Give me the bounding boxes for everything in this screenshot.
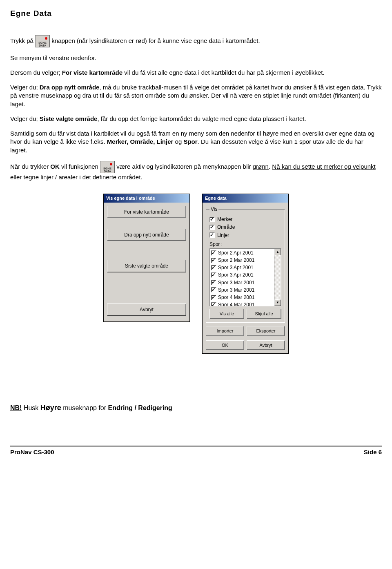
bold-text: OK [50, 163, 60, 170]
dialog-body: Vis Merker Område Linjer Spor : Spor 2 A… [203, 203, 288, 353]
page-title: Egne Data [10, 8, 382, 19]
icon-label: EGNE DATA [103, 167, 111, 173]
bold-text: Merker, Område, Linjer [107, 138, 174, 145]
list-item-label: Spor 4 Mar 2001 [218, 294, 254, 301]
scroll-down-icon[interactable]: ▼ [274, 299, 281, 306]
list-item-label: Spor 3 Mar 2001 [218, 279, 254, 286]
checkbox-icon [209, 217, 215, 222]
checkbox-icon [211, 265, 216, 270]
text: museknapp for [61, 404, 108, 411]
eksporter-button[interactable]: Eksporter [247, 326, 285, 336]
paragraph-7: Når du trykker OK vil funksjonen EGNE DA… [10, 161, 382, 181]
list-item[interactable]: Spor 4 Mar 2001 [210, 294, 274, 301]
checkbox-icon [209, 225, 215, 230]
avbryt-button[interactable]: Avbryt [247, 340, 285, 350]
dra-opp-nytt-omrade-button[interactable]: Dra opp nytt område [107, 229, 186, 241]
paragraph-1: Trykk på EGNE DATA knappen (når lysindik… [10, 35, 382, 47]
footer-left: ProNav CS-300 [10, 448, 54, 456]
note-line: NB! Husk Høyre museknapp for Endring / R… [10, 403, 382, 413]
checkbox-icon [211, 250, 216, 256]
nb-label: NB! [10, 404, 22, 411]
list-item-label: Spor 2 Mar 2001 [218, 257, 254, 263]
dialogs-container: Vis egne data i område For viste kartomr… [10, 194, 382, 354]
red-indicator-icon [110, 163, 112, 165]
list-item[interactable]: Spor 3 Mar 2001 [210, 279, 274, 286]
dialog-titlebar: Vis egne data i område [104, 194, 189, 203]
paragraph-5: Velger du; Siste valgte område, får du o… [10, 115, 382, 123]
checkbox-icon [211, 280, 216, 285]
spor-label: Spor : [209, 241, 281, 248]
list-item-label: Spor 4 Mar 2001 [218, 301, 254, 306]
list-item-label: Spor 3 Apr 2001 [218, 272, 254, 278]
text: Velger du; [10, 84, 40, 91]
footer-right: Side 6 [364, 448, 382, 456]
list-item[interactable]: Spor 4 Mar 2001 [210, 301, 274, 306]
list-item[interactable]: Spor 3 Apr 2001 [210, 264, 274, 271]
checkbox-icon [211, 272, 216, 278]
checkbox-icon [211, 287, 216, 292]
ok-button[interactable]: OK [206, 340, 244, 350]
text: knappen (når lysindikatoren er rød) for … [51, 37, 260, 44]
scroll-track[interactable] [274, 255, 281, 299]
for-viste-kartomrade-button[interactable]: For viste kartområde [107, 206, 186, 218]
egne-data-icon-button: EGNE DATA [100, 161, 115, 173]
checkbox-icon [211, 258, 216, 263]
dialog-body: For viste kartområde Dra opp nytt område… [104, 203, 189, 321]
bold-text: Siste valgte område [40, 115, 98, 122]
checkbox-merker-row[interactable]: Merker [209, 216, 281, 223]
importer-button[interactable]: Importer [206, 326, 244, 336]
text: være aktiv og lysindikatoren på menyknap… [116, 163, 253, 170]
dialog-vis-egne-data: Vis egne data i område For viste kartomr… [103, 194, 190, 322]
text: Trykk på [10, 37, 35, 44]
spor-listbox[interactable]: Spor 2 Apr 2001 Spor 2 Mar 2001 Spor 3 A… [209, 248, 281, 306]
siste-valgte-omrade-button[interactable]: Siste valgte område [107, 260, 186, 272]
list-item[interactable]: Spor 3 Mar 2001 [210, 286, 274, 294]
dialog-egne-data: Egne data Vis Merker Område Linjer Spor … [202, 194, 289, 354]
list-item[interactable]: Spor 2 Mar 2001 [210, 257, 274, 264]
checkbox-omrade-row[interactable]: Område [209, 224, 281, 230]
list-item-label: Spor 2 Apr 2001 [218, 250, 254, 256]
text: Husk [22, 404, 40, 411]
list-item-label: Spor 3 Mar 2001 [218, 287, 254, 293]
bold-text: Dra opp nytt område [40, 84, 100, 91]
skjul-alle-button[interactable]: Skjul alle [247, 309, 281, 319]
scrollbar[interactable]: ▲ ▼ [274, 249, 281, 306]
page-footer: ProNav CS-300 Side 6 [10, 446, 382, 456]
bold-text: Endring / Redigering [108, 404, 172, 411]
checkbox-label: Merker [217, 216, 232, 223]
text: Dersom du velger; [10, 69, 62, 76]
underline-text: grønn [253, 163, 269, 170]
scroll-up-icon[interactable]: ▲ [274, 249, 281, 255]
text: , får du opp det forrige kartområdet du … [97, 115, 306, 122]
vis-alle-button[interactable]: Vis alle [209, 309, 244, 319]
egne-data-icon-button: EGNE DATA [35, 35, 50, 47]
text: Velger du; [10, 115, 40, 122]
vis-fieldset: Vis Merker Område Linjer Spor : Spor 2 A… [206, 206, 285, 323]
red-indicator-icon [45, 37, 47, 40]
text: vil funksjonen [60, 163, 100, 170]
avbryt-button[interactable]: Avbryt [107, 303, 186, 316]
checkbox-icon [209, 232, 215, 238]
checkbox-label: Område [217, 224, 235, 230]
checkbox-icon [211, 302, 216, 306]
bold-text: For viste kartområde [62, 69, 122, 76]
checkbox-icon [211, 295, 216, 300]
list-item[interactable]: Spor 2 Apr 2001 [210, 249, 274, 257]
paragraph-3: Dersom du velger; For viste kartområde v… [10, 69, 382, 77]
bold-text: Spor [183, 138, 197, 145]
list-item[interactable]: Spor 3 Apr 2001 [210, 271, 274, 279]
text: Når du trykker [10, 163, 50, 170]
emphasis-text: Høyre [40, 404, 61, 412]
text: vil du få vist alle egne data i det kart… [122, 69, 324, 76]
paragraph-6: Samtidig som du får vist data i kartbild… [10, 129, 382, 154]
checkbox-label: Linjer [217, 232, 229, 239]
paragraph-2: Se menyen til venstre nedenfor. [10, 54, 382, 62]
vis-legend: Vis [209, 206, 218, 212]
text: og [173, 138, 183, 145]
paragraph-4: Velger du; Dra opp nytt område, må du br… [10, 83, 382, 108]
icon-label: EGNE DATA [38, 41, 47, 47]
dialog-titlebar: Egne data [203, 194, 288, 203]
list-item-label: Spor 3 Apr 2001 [218, 264, 254, 271]
checkbox-linjer-row[interactable]: Linjer [209, 232, 281, 239]
spor-items: Spor 2 Apr 2001 Spor 2 Mar 2001 Spor 3 A… [210, 249, 274, 306]
